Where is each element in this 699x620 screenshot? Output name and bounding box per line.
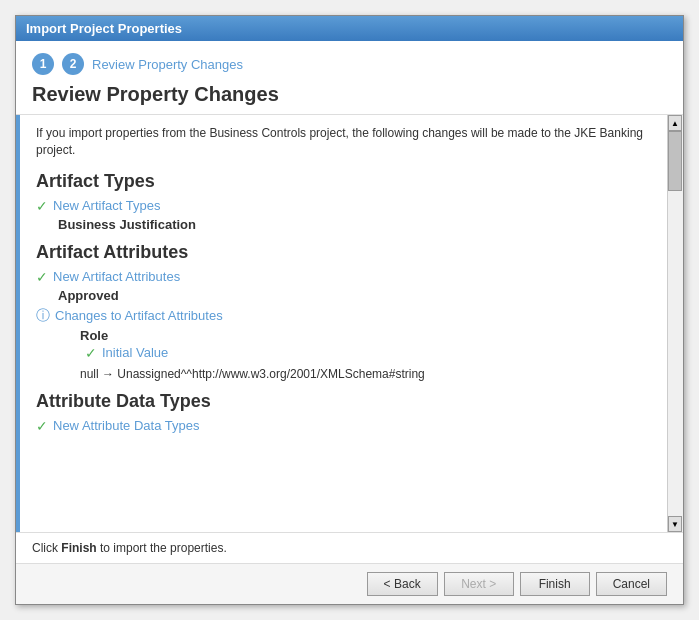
finish-button[interactable]: Finish — [520, 572, 590, 596]
artifact-types-heading: Artifact Types — [36, 171, 651, 192]
green-check-icon-1: ✓ — [36, 198, 48, 214]
role-label: Role — [80, 328, 651, 343]
changes-artifact-attributes-label: Changes to Artifact Attributes — [55, 308, 223, 323]
green-check-icon-2: ✓ — [36, 269, 48, 285]
wizard-header: 1 2 Review Property Changes Review Prope… — [16, 41, 683, 115]
back-button[interactable]: < Back — [367, 572, 438, 596]
new-attribute-data-types-section: ✓ New Attribute Data Types — [36, 418, 651, 434]
new-attribute-data-types-label: New Attribute Data Types — [53, 418, 199, 433]
dialog-body: 1 2 Review Property Changes Review Prope… — [16, 41, 683, 604]
page-title: Review Property Changes — [32, 83, 667, 106]
step1-circle: 1 — [32, 53, 54, 75]
green-check-icon-4: ✓ — [36, 418, 48, 434]
scrollbar-track[interactable]: ▲ ▼ — [667, 115, 683, 532]
new-artifact-attributes-label: New Artifact Attributes — [53, 269, 180, 284]
scrollbar-thumb[interactable] — [668, 131, 682, 191]
initial-value-label: Initial Value — [102, 345, 168, 360]
attribute-data-types-heading: Attribute Data Types — [36, 391, 651, 412]
new-artifact-types-label: New Artifact Types — [53, 198, 160, 213]
cancel-button[interactable]: Cancel — [596, 572, 667, 596]
approved-item: Approved — [58, 288, 651, 303]
new-artifact-attributes-section: ✓ New Artifact Attributes — [36, 269, 651, 285]
info-text: If you import properties from the Busine… — [36, 125, 651, 159]
import-dialog: Import Project Properties 1 2 Review Pro… — [15, 15, 684, 605]
wizard-steps: 1 2 Review Property Changes — [32, 53, 667, 75]
artifact-attributes-heading: Artifact Attributes — [36, 242, 651, 263]
changes-artifact-attributes-section: ⓘ Changes to Artifact Attributes — [36, 307, 651, 325]
new-artifact-types-section: ✓ New Artifact Types — [36, 198, 651, 214]
dialog-title: Import Project Properties — [26, 21, 182, 36]
next-button[interactable]: Next > — [444, 572, 514, 596]
content-area: If you import properties from the Busine… — [16, 115, 683, 532]
dialog-titlebar: Import Project Properties — [16, 16, 683, 41]
step2-label: Review Property Changes — [92, 57, 243, 72]
artifact-types-item: Business Justification — [58, 217, 651, 232]
info-circle-icon: ⓘ — [36, 307, 50, 325]
scrollbar-down-button[interactable]: ▼ — [668, 516, 682, 532]
green-check-icon-3: ✓ — [85, 345, 97, 361]
footer-text: Click Finish to import the properties. — [16, 532, 683, 563]
change-value-text: null → Unassigned^^http://www.w3.org/200… — [80, 367, 651, 381]
step2-circle: 2 — [62, 53, 84, 75]
button-bar: < Back Next > Finish Cancel — [16, 563, 683, 604]
scroll-content[interactable]: If you import properties from the Busine… — [20, 115, 667, 532]
initial-value-section: ✓ Initial Value — [58, 345, 651, 361]
initial-value-sub: ✓ Initial Value — [58, 345, 651, 361]
scrollbar-up-button[interactable]: ▲ — [668, 115, 682, 131]
